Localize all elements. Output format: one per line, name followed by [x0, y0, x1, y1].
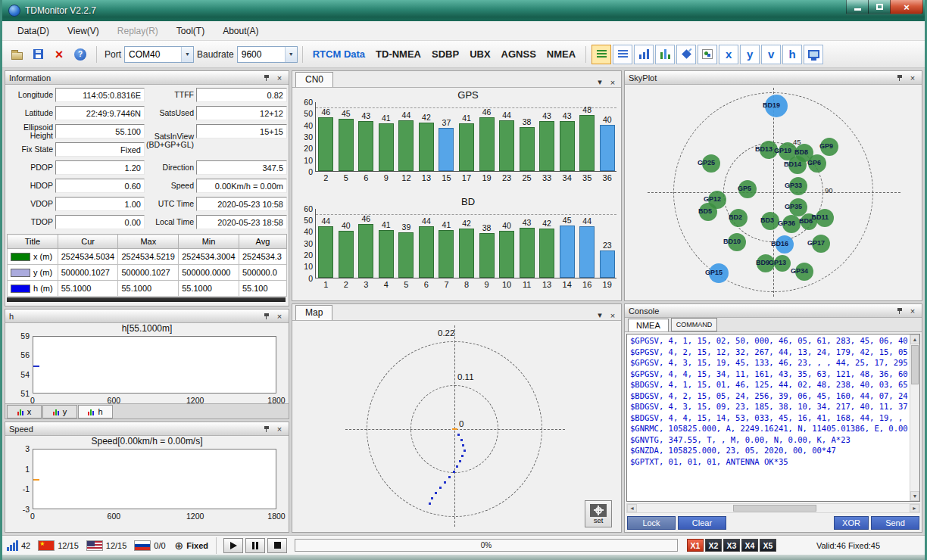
value-cell: 55.100	[239, 281, 286, 297]
protocol-ubx[interactable]: UBX	[464, 45, 495, 63]
tab-command[interactable]: COMMAND	[671, 318, 718, 331]
bar-value-label: 43	[537, 111, 557, 120]
horizontal-scrollbar[interactable]: ◄ ►	[626, 503, 920, 513]
close-icon[interactable]: ×	[907, 73, 918, 82]
pin-icon[interactable]	[261, 73, 272, 82]
send-button[interactable]: Send	[871, 516, 919, 530]
pause-button[interactable]	[245, 538, 265, 553]
menu-data-d[interactable]: Data(D)	[8, 23, 58, 39]
scrollbar-thumb[interactable]	[733, 505, 816, 512]
maximize-button[interactable]	[868, 0, 891, 14]
minimize-button[interactable]	[846, 0, 869, 14]
close-button[interactable]: ×	[890, 0, 923, 14]
scroll-right-icon[interactable]: ►	[910, 504, 919, 512]
x-axis-label: 600	[98, 396, 129, 405]
menu-view-v[interactable]: View(V)	[58, 23, 108, 39]
cn0-chart-icon[interactable]	[634, 45, 654, 64]
scrollbar-thumb[interactable]	[911, 345, 919, 384]
bar-value-label: 40	[336, 221, 357, 230]
nmea-line: $GNRMC, 105825.000, A, 2249.16241, N, 11…	[630, 424, 909, 435]
field-label: Local Time	[146, 213, 195, 231]
field-value: 114:05:0.8316E	[55, 88, 145, 102]
pin-icon[interactable]	[894, 306, 905, 316]
y-axis-label: 60	[295, 204, 313, 213]
baudrate-select[interactable]: 9600 ▼	[237, 46, 298, 63]
xbtn-x2[interactable]: X2	[705, 539, 722, 552]
y-view-button[interactable]: y	[740, 45, 760, 64]
series-tab-x[interactable]: x	[7, 405, 42, 418]
help-icon[interactable]: ?	[70, 45, 90, 64]
y-axis-label: 30	[295, 132, 313, 142]
close-icon[interactable]: ×	[607, 310, 618, 320]
play-button[interactable]	[223, 538, 243, 553]
scroll-down-icon[interactable]: ▼	[910, 491, 919, 501]
xbtn-x5[interactable]: X5	[760, 539, 776, 552]
series-tab-h[interactable]: h	[78, 405, 113, 418]
pin-icon[interactable]	[894, 73, 905, 82]
message-list-icon[interactable]	[613, 45, 632, 64]
stop-button[interactable]	[267, 538, 287, 553]
histogram-icon[interactable]	[655, 45, 675, 64]
menu-tool-t[interactable]: Tool(T)	[167, 23, 214, 39]
close-icon[interactable]: ×	[274, 73, 285, 82]
save-icon[interactable]	[28, 45, 48, 64]
set-button[interactable]: set	[585, 500, 612, 527]
xbtn-x1[interactable]: X1	[687, 539, 704, 552]
cn0-bar	[379, 123, 394, 171]
x-axis-label: 17	[457, 173, 477, 182]
map-tab-header: Map ▾ ×	[292, 304, 621, 321]
clear-button[interactable]: Clear	[678, 516, 726, 530]
cn0-bar	[520, 228, 535, 278]
protocol-sdbp[interactable]: SDBP	[426, 45, 464, 63]
tab-nmea[interactable]: NMEA	[628, 319, 669, 331]
close-icon[interactable]: ×	[274, 424, 285, 434]
maximize-icon	[876, 4, 883, 10]
chevron-down-icon[interactable]: ▼	[285, 47, 297, 62]
menu-replay-r[interactable]: Replay(R)	[108, 23, 167, 39]
satellite-label: GP17	[797, 239, 825, 247]
x-axis-label: 23	[497, 173, 517, 182]
display-icon[interactable]	[804, 45, 823, 64]
satellite-label: BD19	[753, 101, 780, 109]
x-view-button[interactable]: x	[719, 45, 738, 64]
v-view-button[interactable]: v	[761, 45, 781, 64]
tab-cn0[interactable]: CN0	[295, 72, 333, 87]
disconnect-icon[interactable]: ×	[49, 45, 69, 64]
protocol-td-nmea[interactable]: TD-NMEA	[370, 45, 426, 63]
pin-icon[interactable]	[261, 424, 272, 434]
menu-about-a[interactable]: About(A)	[214, 23, 267, 39]
position-plot-icon[interactable]	[698, 45, 717, 64]
chevron-down-icon[interactable]: ▾	[595, 77, 605, 87]
xbtn-x4[interactable]: X4	[741, 539, 758, 552]
protocol-nmea[interactable]: NMEA	[542, 45, 581, 63]
close-icon[interactable]: ×	[907, 306, 918, 316]
skyplot-icon[interactable]	[676, 45, 696, 64]
pin-icon[interactable]	[261, 311, 272, 321]
close-icon[interactable]: ×	[607, 77, 618, 87]
tab-map[interactable]: Map	[295, 305, 332, 320]
protocol-agnss[interactable]: AGNSS	[496, 45, 542, 63]
x-axis-label: 5	[336, 173, 357, 182]
gear-icon	[590, 504, 607, 517]
port-select[interactable]: COM40 ▼	[124, 46, 194, 63]
chevron-down-icon[interactable]: ▾	[595, 310, 605, 320]
chevron-down-icon[interactable]: ▼	[181, 47, 193, 62]
bar-value-label: 43	[517, 218, 537, 227]
h-view-button[interactable]: h	[782, 45, 802, 64]
x-axis-label: 3	[356, 280, 376, 289]
bar-value-label: 44	[396, 110, 417, 120]
protocol-rtcm-data[interactable]: RTCM Data	[307, 45, 370, 63]
sat-glyph	[682, 49, 691, 59]
scroll-left-icon[interactable]: ◄	[627, 504, 637, 512]
series-tab-y[interactable]: y	[42, 405, 77, 418]
close-icon[interactable]: ×	[274, 311, 285, 321]
lock-button[interactable]: Lock	[627, 516, 676, 530]
open-file-icon[interactable]	[7, 45, 27, 64]
vertical-scrollbar[interactable]: ▲ ▼	[910, 334, 919, 501]
xor-button[interactable]: XOR	[834, 516, 869, 530]
xbtn-x3[interactable]: X3	[723, 539, 740, 552]
nmea-list-icon[interactable]	[591, 45, 611, 64]
scroll-up-icon[interactable]: ▲	[910, 334, 919, 344]
panel-title: Speed	[9, 425, 33, 434]
position-dot	[429, 502, 431, 505]
